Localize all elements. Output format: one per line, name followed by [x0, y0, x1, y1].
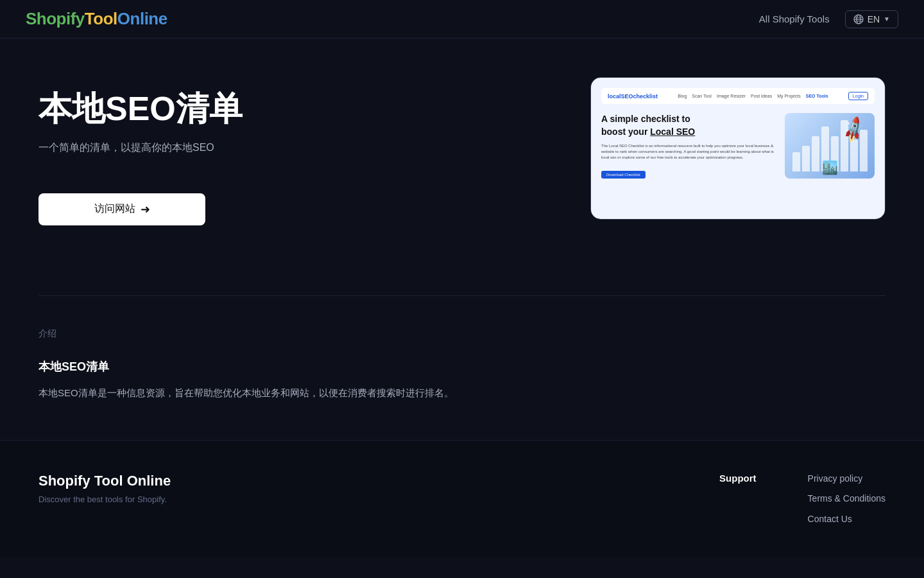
- preview-inner: localSEOchecklist Blog Scan Tool Image R…: [591, 78, 885, 219]
- preview-nav-image: Image Resizer: [717, 94, 746, 98]
- footer-right: Support Privacy policy Terms & Condition…: [719, 473, 886, 526]
- footer-support-col: Support: [719, 473, 757, 496]
- preview-nav-projects: My Projects: [777, 94, 801, 98]
- logo-online: Online: [117, 9, 167, 28]
- footer-logo: Shopify Tool Online: [38, 473, 171, 489]
- preview-body: A simple checklist to boost your Local S…: [601, 113, 875, 179]
- footer-contact-link[interactable]: Contact Us: [808, 513, 886, 526]
- preview-headline-highlight: Local SEO: [650, 127, 695, 137]
- language-selector[interactable]: EN ▼: [845, 10, 898, 28]
- footer-privacy-link[interactable]: Privacy policy: [808, 473, 886, 486]
- intro-card-body: 本地SEO清单是一种信息资源，旨在帮助您优化本地业务和网站，以便在消费者搜索时进…: [38, 385, 488, 401]
- globe-icon: [853, 14, 864, 24]
- chart-bar-7: [850, 139, 858, 171]
- footer-brand: Shopify Tool Online Discover the best to…: [38, 473, 171, 504]
- preview-nav-seotools: SEO Tools: [806, 94, 828, 98]
- site-preview: localSEOchecklist Blog Scan Tool Image R…: [590, 77, 886, 220]
- chevron-down-icon: ▼: [884, 15, 890, 22]
- chart-bar-2: [802, 146, 810, 171]
- arrow-right-icon: ➜: [141, 202, 150, 216]
- chart-bar-1: [792, 152, 800, 171]
- intro-label: 介绍: [38, 328, 886, 340]
- preview-nav-post: Post Ideas: [751, 94, 772, 98]
- city-icon: 🏙️: [822, 160, 838, 175]
- footer-tagline: Discover the best tools for Shopify.: [38, 495, 171, 504]
- preview-nav-scan: Scan Tool: [692, 94, 712, 98]
- preview-logo: localSEOchecklist: [608, 93, 658, 100]
- preview-download-button: Download Checklist: [601, 171, 646, 179]
- chart-bar-3: [812, 136, 819, 171]
- preview-headline-line1: A simple checklist to: [601, 114, 690, 124]
- preview-login: Login: [848, 92, 868, 100]
- preview-desc: The Local SEO Checklist is an informatio…: [601, 143, 777, 161]
- preview-headline: A simple checklist to boost your Local S…: [601, 113, 777, 138]
- main-content: 本地SEO清单 一个简单的清单，以提高你的本地SEO 访问网站 ➜ localS…: [0, 39, 924, 295]
- footer-support-title: Support: [719, 473, 757, 484]
- header-right: All Shopify Tools EN ▼: [759, 10, 898, 28]
- logo-shopify: Shopify: [26, 9, 85, 28]
- header: ShopifyToolOnline All Shopify Tools EN ▼: [0, 0, 924, 39]
- footer-terms-link[interactable]: Terms & Conditions: [808, 493, 886, 505]
- hero-left: 本地SEO清单 一个简单的清单，以提高你的本地SEO 访问网站 ➜: [38, 77, 243, 225]
- preview-nav: Blog Scan Tool Image Resizer Post Ideas …: [678, 94, 828, 98]
- all-tools-link[interactable]: All Shopify Tools: [759, 13, 830, 24]
- visit-site-button[interactable]: 访问网站 ➜: [38, 193, 205, 225]
- preview-headline-line2: boost your: [601, 127, 647, 137]
- intro-card-title: 本地SEO清单: [38, 359, 886, 374]
- intro-section: 介绍 本地SEO清单 本地SEO清单是一种信息资源，旨在帮助您优化本地业务和网站…: [0, 296, 924, 440]
- site-logo[interactable]: ShopifyToolOnline: [26, 9, 167, 29]
- footer: Shopify Tool Online Discover the best to…: [0, 440, 924, 558]
- visit-site-label: 访问网站: [94, 202, 135, 216]
- lang-code: EN: [868, 14, 880, 24]
- preview-nav-blog: Blog: [678, 94, 687, 98]
- preview-topbar: localSEOchecklist Blog Scan Tool Image R…: [601, 88, 875, 104]
- preview-text: A simple checklist to boost your Local S…: [601, 113, 777, 179]
- preview-image: 🚀 🏙️: [785, 113, 875, 179]
- footer-links-col: Privacy policy Terms & Conditions Contac…: [808, 473, 886, 526]
- page-title: 本地SEO清单: [38, 90, 243, 128]
- logo-tool: Tool: [85, 9, 117, 28]
- page-subtitle: 一个简单的清单，以提高你的本地SEO: [38, 141, 243, 155]
